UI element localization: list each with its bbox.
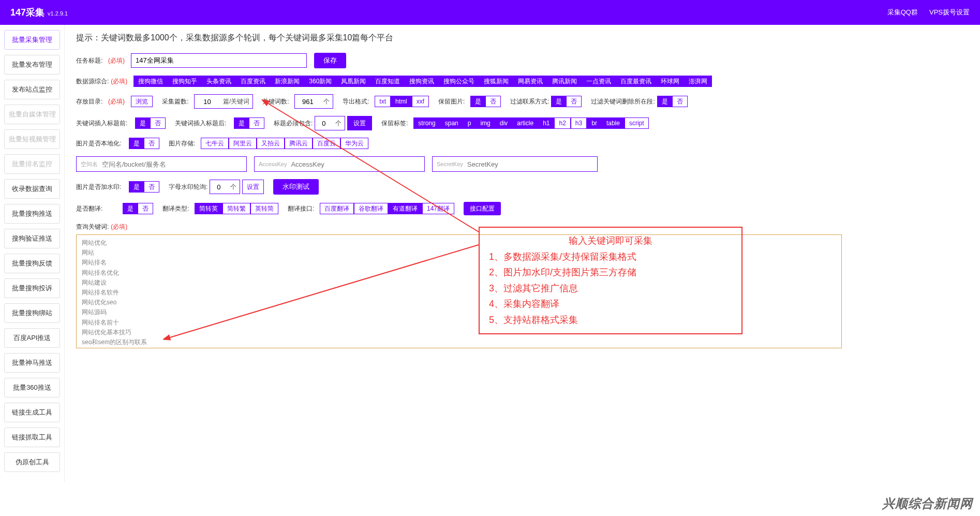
- keywords-textarea[interactable]: [76, 234, 842, 348]
- data-source-tag[interactable]: 搜狐新闻: [479, 76, 513, 87]
- alpha-set-button[interactable]: 设置: [242, 180, 264, 194]
- toggle-yes[interactable]: 是: [234, 117, 249, 129]
- accesskey-input[interactable]: [291, 157, 420, 171]
- sidebar-item[interactable]: 批量搜狗绑站: [4, 303, 60, 323]
- translate-type-tag[interactable]: 英转简: [250, 203, 278, 214]
- toggle-filter-contact[interactable]: 是 否: [551, 96, 582, 107]
- data-source-tag[interactable]: 百度最资讯: [616, 76, 656, 87]
- image-store-tag[interactable]: 阿里云: [229, 138, 257, 149]
- toggle-yes[interactable]: 是: [470, 96, 485, 107]
- data-source-tag[interactable]: 环球网: [656, 76, 684, 87]
- translate-api-tag[interactable]: 百度翻译: [320, 203, 354, 214]
- sidebar-item[interactable]: 批量搜狗反馈: [4, 254, 60, 273]
- alpha-roll-input[interactable]: [210, 180, 227, 194]
- sidebar-item[interactable]: 批量短视频管理: [4, 129, 60, 149]
- data-source-tag[interactable]: 搜狗公众号: [439, 76, 479, 87]
- save-button[interactable]: 保存: [314, 53, 346, 68]
- export-format-tag[interactable]: html: [391, 96, 412, 107]
- link-vps-dial[interactable]: VPS拨号设置: [929, 8, 970, 17]
- title-must-input[interactable]: [315, 116, 332, 130]
- data-source-tag[interactable]: 新浪新闻: [270, 76, 304, 87]
- sidebar-item[interactable]: 发布站点监控: [4, 80, 60, 99]
- count-input[interactable]: [194, 94, 220, 109]
- keep-tag[interactable]: h2: [554, 117, 570, 129]
- toggle-yes[interactable]: 是: [551, 96, 566, 107]
- sidebar-item[interactable]: 批量发布管理: [4, 55, 60, 75]
- keep-tag[interactable]: script: [625, 117, 649, 129]
- image-store-tag[interactable]: 腾讯云: [285, 138, 313, 149]
- sidebar-item[interactable]: 伪原创工具: [4, 452, 60, 472]
- api-config-button[interactable]: 接口配置: [464, 202, 501, 215]
- kwcount-input[interactable]: [294, 94, 320, 109]
- watermark-test-button[interactable]: 水印测试: [273, 179, 319, 195]
- translate-api-tag[interactable]: 147翻译: [422, 203, 454, 214]
- toggle-no[interactable]: 否: [138, 203, 153, 214]
- data-source-tag[interactable]: 凤凰新闻: [336, 76, 370, 87]
- sidebar-item[interactable]: 搜狗验证推送: [4, 229, 60, 248]
- sidebar-item[interactable]: 批量360推送: [4, 378, 60, 397]
- keep-tag[interactable]: div: [495, 117, 512, 129]
- toggle-no[interactable]: 否: [249, 117, 264, 129]
- keep-tag[interactable]: article: [512, 117, 538, 129]
- toggle-yes[interactable]: 是: [657, 96, 672, 107]
- sidebar-item[interactable]: 批量搜狗推送: [4, 204, 60, 224]
- data-source-tag[interactable]: 澎湃网: [684, 76, 712, 87]
- translate-api-tag[interactable]: 谷歌翻译: [354, 203, 388, 214]
- link-qq-group[interactable]: 采集QQ群: [887, 8, 918, 17]
- data-source-tag[interactable]: 腾讯新闻: [547, 76, 582, 87]
- sidebar-item[interactable]: 批量采集管理: [4, 30, 60, 50]
- toggle-yes[interactable]: 是: [135, 117, 150, 129]
- keep-tag[interactable]: h3: [571, 117, 587, 129]
- export-format-tag[interactable]: xxf: [412, 96, 429, 107]
- title-must-set-button[interactable]: 设置: [347, 116, 372, 130]
- toggle-yes[interactable]: 是: [129, 138, 144, 149]
- data-source-tag[interactable]: 百度资讯: [236, 76, 270, 87]
- image-store-tag[interactable]: 百度云: [313, 138, 340, 149]
- sidebar-item[interactable]: 收录数据查询: [4, 179, 60, 199]
- toggle-img-local[interactable]: 是 否: [129, 138, 159, 149]
- data-source-tag[interactable]: 360新闻: [304, 76, 336, 87]
- keep-tag[interactable]: span: [440, 117, 463, 129]
- sidebar-item[interactable]: 批量排名监控: [4, 154, 60, 174]
- secretkey-input[interactable]: [467, 157, 591, 171]
- toggle-translate[interactable]: 是 否: [123, 203, 153, 214]
- sidebar-item[interactable]: 批量自媒体管理: [4, 105, 60, 124]
- translate-type-tag[interactable]: 简转英: [195, 203, 222, 214]
- translate-api-tag[interactable]: 有道翻译: [388, 203, 422, 214]
- toggle-keep-img[interactable]: 是 否: [470, 96, 501, 107]
- sidebar-item[interactable]: 批量神马推送: [4, 353, 60, 373]
- data-source-tag[interactable]: 搜狗资讯: [405, 76, 439, 87]
- image-store-tag[interactable]: 又拍云: [257, 138, 285, 149]
- data-source-tag[interactable]: 头条资讯: [202, 76, 236, 87]
- toggle-filter-kw-para[interactable]: 是 否: [657, 96, 688, 107]
- image-store-tag[interactable]: 华为云: [340, 138, 368, 149]
- toggle-no[interactable]: 否: [485, 96, 501, 107]
- data-source-tag[interactable]: 搜狗知乎: [168, 76, 202, 87]
- toggle-yes[interactable]: 是: [123, 203, 138, 214]
- keep-tag[interactable]: img: [476, 117, 495, 129]
- sidebar-item[interactable]: 链接抓取工具: [4, 427, 60, 447]
- browse-button[interactable]: 浏览: [131, 96, 153, 107]
- keep-tag[interactable]: br: [587, 117, 602, 129]
- toggle-insert-after[interactable]: 是 否: [234, 117, 264, 129]
- data-source-tag[interactable]: 百度知道: [370, 76, 405, 87]
- keep-tag[interactable]: strong: [413, 117, 440, 129]
- keep-tag[interactable]: table: [602, 117, 625, 129]
- toggle-no[interactable]: 否: [672, 96, 688, 107]
- toggle-yes[interactable]: 是: [129, 181, 144, 193]
- data-source-tag[interactable]: 搜狗微信: [133, 76, 168, 87]
- data-source-tag[interactable]: 一点资讯: [582, 76, 616, 87]
- toggle-no[interactable]: 否: [144, 138, 159, 149]
- keep-tag[interactable]: h1: [538, 117, 554, 129]
- sidebar-item[interactable]: 批量搜狗投诉: [4, 278, 60, 298]
- data-source-tag[interactable]: 网易资讯: [513, 76, 547, 87]
- space-input[interactable]: [102, 157, 231, 171]
- toggle-no[interactable]: 否: [144, 181, 159, 193]
- export-format-tag[interactable]: txt: [375, 96, 391, 107]
- translate-type-tag[interactable]: 简转繁: [222, 203, 250, 214]
- toggle-watermark[interactable]: 是 否: [129, 181, 159, 193]
- toggle-no[interactable]: 否: [566, 96, 582, 107]
- toggle-insert-before[interactable]: 是 否: [135, 117, 166, 129]
- keep-tag[interactable]: p: [463, 117, 476, 129]
- task-title-input[interactable]: [131, 53, 307, 68]
